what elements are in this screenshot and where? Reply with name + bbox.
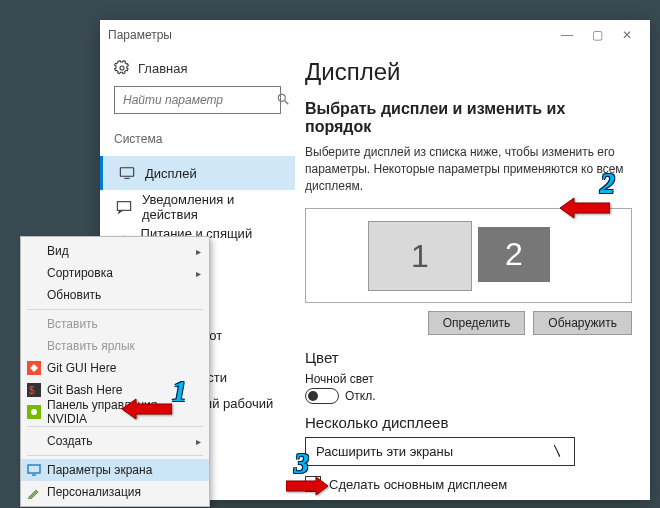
context-item-label: Вставить [47, 317, 98, 331]
monitor-icon [119, 166, 135, 180]
gear-icon [114, 60, 130, 76]
display-1[interactable]: 1 [368, 221, 472, 291]
context-item[interactable]: Сортировка [21, 262, 209, 284]
annotation-number-2: 2 [600, 166, 615, 200]
search-icon [276, 92, 290, 109]
svg-point-0 [278, 94, 285, 101]
context-item-label: Создать [47, 434, 93, 448]
display-icon [26, 462, 42, 478]
nav-notifications[interactable]: Уведомления и действия [114, 190, 281, 224]
multiple-displays-heading: Несколько дисплеев [305, 414, 632, 431]
main-pane: Дисплей Выбрать дисплеи и изменить их по… [295, 50, 650, 500]
svg-point-11 [31, 409, 37, 415]
night-light-toggle[interactable] [305, 388, 339, 404]
context-separator [27, 455, 203, 456]
detect-button[interactable]: Обнаружить [533, 311, 632, 335]
svg-text:$: $ [29, 385, 35, 396]
home-link[interactable]: Главная [114, 60, 281, 76]
nav-label: Дисплей [145, 166, 197, 181]
identify-button[interactable]: Определить [428, 311, 526, 335]
svg-rect-4 [117, 202, 130, 211]
close-button[interactable]: ✕ [612, 28, 642, 42]
section-label: Система [114, 132, 281, 146]
svg-marker-14 [122, 399, 172, 419]
context-item-label: Параметры экрана [47, 463, 152, 477]
context-item[interactable]: Создать [21, 430, 209, 452]
annotation-number-1: 1 [172, 374, 187, 408]
context-item-label: Вставить ярлык [47, 339, 135, 353]
context-item-label: Git Bash Here [47, 383, 122, 397]
context-separator [27, 309, 203, 310]
search-box[interactable] [114, 86, 281, 114]
color-heading: Цвет [305, 349, 632, 366]
titlebar: Параметры — ▢ ✕ [100, 20, 650, 50]
context-item[interactable]: Обновить [21, 284, 209, 306]
context-item-label: Обновить [47, 288, 101, 302]
context-item-label: Вид [47, 244, 69, 258]
maximize-button[interactable]: ▢ [582, 28, 612, 42]
display-arrangement[interactable]: 1 2 [305, 208, 632, 303]
search-input[interactable] [121, 92, 276, 108]
svg-rect-12 [28, 465, 40, 473]
home-label: Главная [138, 61, 187, 76]
context-separator [27, 426, 203, 427]
context-item[interactable]: Параметры экрана [21, 459, 209, 481]
make-main-label: Сделать основным дисплеем [329, 477, 507, 492]
nav-display[interactable]: Дисплей [100, 156, 295, 190]
comment-icon [116, 200, 132, 214]
nvidia-icon [26, 404, 42, 420]
context-item[interactable]: Вид [21, 240, 209, 262]
context-item: Вставить ярлык [21, 335, 209, 357]
context-item-label: Git GUI Here [47, 361, 116, 375]
personalize-icon [26, 484, 42, 500]
window-title: Параметры [108, 28, 552, 42]
night-light-label: Ночной свет [305, 372, 632, 386]
arrange-heading: Выбрать дисплеи и изменить их порядок [305, 100, 632, 136]
svg-line-1 [285, 100, 289, 104]
nav-label: Уведомления и действия [142, 192, 281, 222]
minimize-button[interactable]: — [552, 28, 582, 42]
page-title: Дисплей [305, 58, 632, 86]
git-gui-icon [26, 360, 42, 376]
dropdown-value: Расширить эти экраны [316, 444, 453, 459]
chevron-down-icon: 〵 [551, 444, 564, 459]
context-item[interactable]: Персонализация [21, 481, 209, 503]
desktop-context-menu: ВидСортировкаОбновитьВставитьВставить яр… [20, 236, 210, 507]
context-item-label: Сортировка [47, 266, 113, 280]
annotation-arrow-1 [122, 397, 172, 421]
help-text: Выберите дисплей из списка ниже, чтобы и… [305, 144, 632, 194]
multiple-displays-dropdown[interactable]: Расширить эти экраны 〵 [305, 437, 575, 466]
context-item: Вставить [21, 313, 209, 335]
git-bash-icon: $ [26, 382, 42, 398]
context-item-label: Персонализация [47, 485, 141, 499]
display-2[interactable]: 2 [478, 227, 550, 282]
annotation-number-3: 3 [294, 446, 309, 480]
svg-rect-2 [120, 168, 133, 177]
night-light-state: Откл. [345, 389, 376, 403]
svg-marker-15 [560, 198, 610, 218]
